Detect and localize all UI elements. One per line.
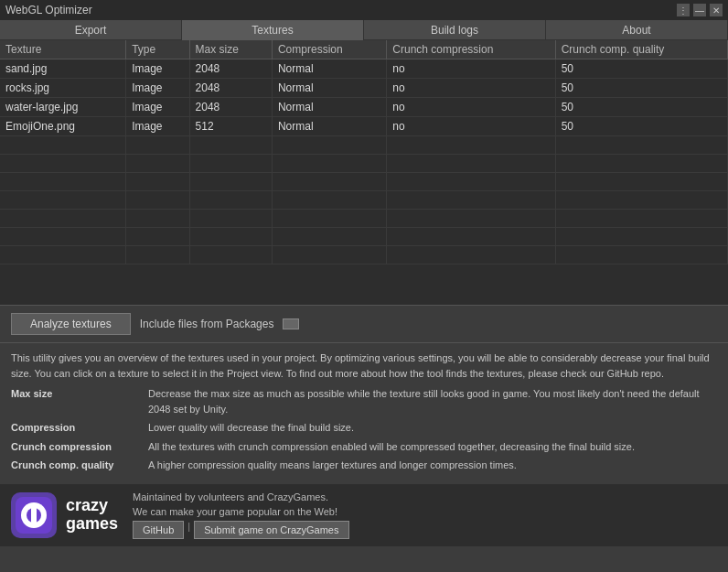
tab-textures[interactable]: Textures (182, 20, 364, 40)
cell-crunch: no (387, 117, 555, 136)
cell-texture: sand.jpg (0, 59, 126, 79)
term-crunch: Crunch compression (11, 439, 148, 455)
cell-compression: Normal (272, 79, 386, 98)
texture-table-container: Texture Type Max size Compression Crunch… (0, 40, 728, 306)
cell-maxsize: 2048 (189, 79, 272, 98)
desc-compression: Lower quality will decrease the final bu… (148, 420, 354, 436)
desc-quality: A higher compression quality means large… (148, 458, 517, 473)
cell-texture: water-large.jpg (0, 98, 126, 117)
cell-quality: 50 (555, 117, 727, 136)
footer-buttons: GitHub | Submit game on CrazyGames (133, 521, 348, 539)
col-maxsize: Max size (189, 40, 272, 59)
info-table: Max size Decrease the max size as much a… (11, 386, 717, 473)
empty-row (0, 136, 728, 155)
tab-about[interactable]: About (546, 20, 728, 40)
table-row[interactable]: EmojiOne.png Image 512 Normal no 50 (0, 117, 728, 136)
cell-crunch: no (387, 98, 555, 117)
close-button[interactable]: ✕ (710, 4, 723, 16)
cell-maxsize: 2048 (189, 98, 272, 117)
cell-compression: Normal (272, 117, 386, 136)
cell-crunch: no (387, 79, 555, 98)
svg-rect-3 (31, 506, 37, 524)
table-row[interactable]: water-large.jpg Image 2048 Normal no 50 (0, 98, 728, 117)
cell-type: Image (126, 59, 189, 79)
table-header: Texture Type Max size Compression Crunch… (0, 40, 728, 59)
empty-row (0, 210, 728, 228)
empty-row (0, 191, 728, 210)
logo-text: crazy games (66, 497, 118, 534)
info-row-compression: Compression Lower quality will decrease … (11, 420, 717, 436)
cell-crunch: no (387, 59, 555, 79)
col-texture: Texture (0, 40, 126, 59)
logo-area: crazy games (11, 492, 118, 538)
term-maxsize: Max size (11, 386, 148, 416)
col-compression: Compression (272, 40, 386, 59)
empty-row (0, 155, 728, 173)
cell-compression: Normal (272, 98, 386, 117)
title-bar: WebGL Optimizer ⋮ — ✕ (0, 0, 728, 20)
cell-maxsize: 2048 (189, 59, 272, 79)
info-row-crunch: Crunch compression All the textures with… (11, 439, 717, 455)
analyze-textures-button[interactable]: Analyze textures (11, 313, 131, 335)
maintained-text: Maintained by volunteers and CrazyGames. (133, 491, 348, 502)
tab-bar: Export Textures Build logs About (0, 20, 728, 40)
col-type: Type (126, 40, 189, 59)
cell-texture: rocks.jpg (0, 79, 126, 98)
cell-quality: 50 (555, 59, 727, 79)
cell-quality: 50 (555, 98, 727, 117)
table-row[interactable]: rocks.jpg Image 2048 Normal no 50 (0, 79, 728, 98)
window-controls: ⋮ — ✕ (677, 4, 723, 16)
minimize-button[interactable]: — (693, 4, 706, 16)
empty-row (0, 246, 728, 264)
logo-svg (16, 497, 52, 534)
logo-text-line2: games (66, 515, 118, 534)
include-packages-label: Include files from Packages (140, 318, 274, 330)
cell-texture: EmojiOne.png (0, 117, 126, 136)
texture-table: Texture Type Max size Compression Crunch… (0, 40, 728, 264)
footer-divider: | (187, 521, 190, 539)
info-text: This utility gives you an overview of th… (11, 351, 717, 381)
logo-text-line1: crazy (66, 497, 118, 515)
info-row-quality: Crunch comp. quality A higher compressio… (11, 458, 717, 473)
info-section: This utility gives you an overview of th… (0, 343, 728, 484)
tab-buildlogs[interactable]: Build logs (364, 20, 546, 40)
include-packages-checkbox[interactable] (283, 318, 299, 329)
cell-maxsize: 512 (189, 117, 272, 136)
footer: crazy games Maintained by volunteers and… (0, 484, 728, 546)
col-quality: Crunch comp. quality (555, 40, 727, 59)
col-crunch: Crunch compression (387, 40, 555, 59)
cell-quality: 50 (555, 79, 727, 98)
bottom-controls: Analyze textures Include files from Pack… (0, 306, 728, 343)
submit-game-button[interactable]: Submit game on CrazyGames (194, 521, 348, 539)
table-row[interactable]: sand.jpg Image 2048 Normal no 50 (0, 59, 728, 79)
empty-row (0, 173, 728, 191)
github-button[interactable]: GitHub (133, 521, 184, 539)
title-bar-left: WebGL Optimizer (5, 4, 92, 16)
popular-text: We can make your game popular on the Web… (133, 506, 348, 517)
tab-export[interactable]: Export (0, 20, 182, 40)
empty-row (0, 228, 728, 246)
footer-info: Maintained by volunteers and CrazyGames.… (133, 491, 348, 539)
term-compression: Compression (11, 420, 148, 436)
desc-maxsize: Decrease the max size as much as possibl… (148, 386, 717, 416)
cell-type: Image (126, 98, 189, 117)
term-quality: Crunch comp. quality (11, 458, 148, 473)
desc-crunch: All the textures with crunch compression… (148, 439, 635, 455)
info-row-maxsize: Max size Decrease the max size as much a… (11, 386, 717, 416)
crazygames-logo-icon (11, 492, 57, 538)
cell-compression: Normal (272, 59, 386, 79)
cell-type: Image (126, 79, 189, 98)
menu-button[interactable]: ⋮ (677, 4, 690, 16)
cell-type: Image (126, 117, 189, 136)
table-body: sand.jpg Image 2048 Normal no 50 rocks.j… (0, 59, 728, 264)
app-title: WebGL Optimizer (5, 4, 92, 16)
